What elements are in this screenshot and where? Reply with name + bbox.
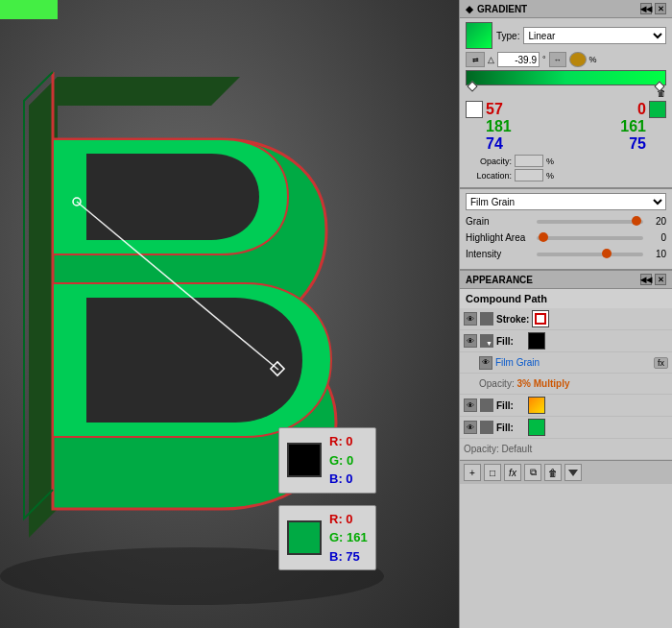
gradient-title-row: ◆ GRADIENT [466, 4, 527, 14]
black-b-value: 0 [346, 471, 352, 486]
left-rgb-values: 57 181 74 [486, 101, 512, 153]
green-color-preview [287, 520, 322, 555]
svg-rect-5 [0, 0, 58, 19]
square-btn[interactable]: □ [484, 464, 501, 481]
letter-b-canvas [0, 0, 459, 628]
arrow-down-mini: ▼ [486, 340, 492, 347]
highlight-label: Highlight Area [466, 232, 533, 243]
black-r-value: 0 [346, 434, 352, 448]
appearance-panel-controls: ◀◀ ✕ [640, 274, 666, 285]
appearance-section: APPEARANCE ◀◀ ✕ Compound Path 👁 Stroke: … [460, 271, 672, 628]
film-grain-link[interactable]: Film Grain [495, 357, 540, 368]
intensity-label: Intensity [466, 249, 533, 259]
fill-grad-visibility-icon[interactable]: 👁 [464, 399, 477, 412]
fill-black-visibility-icon[interactable]: 👁 [464, 334, 477, 348]
gradient-preview[interactable] [466, 22, 492, 49]
grain-track[interactable] [537, 220, 643, 224]
stroke-label: Stroke: [496, 314, 529, 325]
fill-green-label: Fill: [496, 423, 525, 433]
fill-black-target-icon[interactable]: ▼ [480, 334, 493, 348]
opacity-label: Opacity: [466, 157, 512, 166]
fill-grad-target-icon[interactable] [480, 399, 493, 412]
green-r-value: 0 [346, 512, 352, 526]
fill-green-preview[interactable] [528, 419, 545, 436]
green-b-value: 75 [346, 549, 359, 564]
copy-btn[interactable]: ⧉ [524, 464, 541, 481]
filmgrain-visibility-icon[interactable]: 👁 [479, 356, 492, 370]
swatch-container: R: 0 G: 0 B: 0 R: 0 G: 161 B: 75 [278, 427, 376, 570]
stroke-target-icon[interactable] [480, 312, 493, 326]
add-new-btn[interactable]: + [464, 464, 481, 481]
green-g-value: 161 [347, 530, 368, 544]
location-input[interactable] [515, 169, 543, 181]
triangle-btn[interactable] [564, 464, 582, 481]
fill-green-row: 👁 Fill: [460, 417, 672, 439]
left-color-swatch[interactable] [466, 101, 483, 118]
fill-black-row: 👁 ▼ Fill: [460, 330, 672, 352]
opacity-input[interactable] [515, 155, 543, 167]
right-color-swatch[interactable] [649, 101, 666, 118]
gradient-type-select[interactable]: Linear Radial [523, 27, 666, 44]
green-swatch[interactable]: R: 0 G: 161 B: 75 [278, 505, 376, 571]
triangle-down-icon [568, 470, 578, 476]
opacity-multiply-row: Opacity: 3% Multiply [460, 374, 672, 395]
left-color-block: 57 181 74 [466, 101, 512, 153]
stroke-row: 👁 Stroke: [460, 308, 672, 330]
fx-badge: fx [654, 357, 668, 369]
opacity-default-text: Opacity: Default [464, 444, 532, 454]
intensity-value: 10 [647, 249, 666, 259]
intensity-thumb[interactable] [602, 249, 612, 258]
right-color-block: 0 161 75 [620, 101, 666, 153]
panel-controls: ◀◀ ✕ [640, 3, 666, 14]
left-g: 181 [486, 118, 512, 135]
highlight-thumb[interactable] [539, 232, 548, 242]
diamond-icon: ◆ [466, 4, 473, 14]
stroke-preview-inner [535, 313, 546, 325]
gradient-type-row: Type: Linear Radial [466, 22, 666, 49]
panel-close-btn[interactable]: ✕ [655, 3, 666, 14]
filmgrain-select[interactable]: Film Grain [466, 193, 666, 210]
fill-green-visibility-icon[interactable]: 👁 [464, 421, 477, 434]
gradient-title: GRADIENT [477, 4, 527, 14]
opacity-text: Opacity: 3% Multiply [479, 378, 569, 389]
panel-minimize-btn[interactable]: ◀◀ [640, 3, 652, 14]
location-label: Location: [466, 171, 512, 181]
location-percent: % [546, 171, 554, 181]
highlight-value: 0 [647, 232, 666, 243]
grain-slider-row: Grain 20 [466, 216, 666, 227]
reverse-btn[interactable]: ↔ [549, 52, 566, 67]
appearance-minimize-btn[interactable]: ◀◀ [640, 274, 652, 285]
film-grain-row: 👁 Film Grain fx [460, 352, 672, 374]
black-color-preview [287, 443, 322, 477]
right-panel: ◆ GRADIENT ◀◀ ✕ Type: Linear Radial [459, 0, 672, 628]
fill-gradient-preview[interactable] [528, 397, 545, 414]
intensity-track[interactable] [537, 253, 643, 256]
black-swatch[interactable]: R: 0 G: 0 B: 0 [278, 427, 376, 494]
appearance-close-btn[interactable]: ✕ [655, 274, 666, 285]
black-values: R: 0 G: 0 B: 0 [329, 432, 353, 489]
grain-thumb[interactable] [632, 216, 641, 226]
gradient-angle-row: ⇄ △ ° ↔ % [466, 52, 666, 67]
opacity-percent: % [546, 157, 554, 166]
highlight-track[interactable] [537, 236, 643, 240]
fill-black-preview[interactable] [528, 332, 545, 350]
gradient-bar[interactable] [466, 70, 666, 85]
grain-value: 20 [647, 216, 666, 227]
gradient-panel-header: ◆ GRADIENT ◀◀ ✕ [460, 0, 672, 18]
gradient-section: ◆ GRADIENT ◀◀ ✕ Type: Linear Radial [460, 0, 672, 189]
color-values-row: 57 181 74 0 161 75 [466, 101, 666, 153]
green-values: R: 0 G: 161 B: 75 [329, 510, 368, 567]
trash-icon-row: 🗑 [466, 87, 666, 98]
opacity-location-section: Opacity: % Location: % [466, 155, 666, 181]
trash-btn[interactable]: 🗑 [544, 464, 562, 481]
fill-green-target-icon[interactable] [480, 421, 493, 434]
stroke-visibility-icon[interactable]: 👁 [464, 312, 477, 326]
fx-btn[interactable]: fx [504, 464, 521, 481]
angle-input[interactable] [497, 52, 540, 67]
canvas-area: R: 0 G: 0 B: 0 R: 0 G: 161 B: 75 [0, 0, 459, 628]
angle-delta: △ [488, 55, 494, 64]
angle-icon: ⇄ [466, 52, 485, 67]
opacity-label-app: Opacity: [479, 378, 515, 389]
opacity-value-app: 3% Multiply [516, 378, 569, 389]
stroke-preview[interactable] [532, 310, 549, 327]
